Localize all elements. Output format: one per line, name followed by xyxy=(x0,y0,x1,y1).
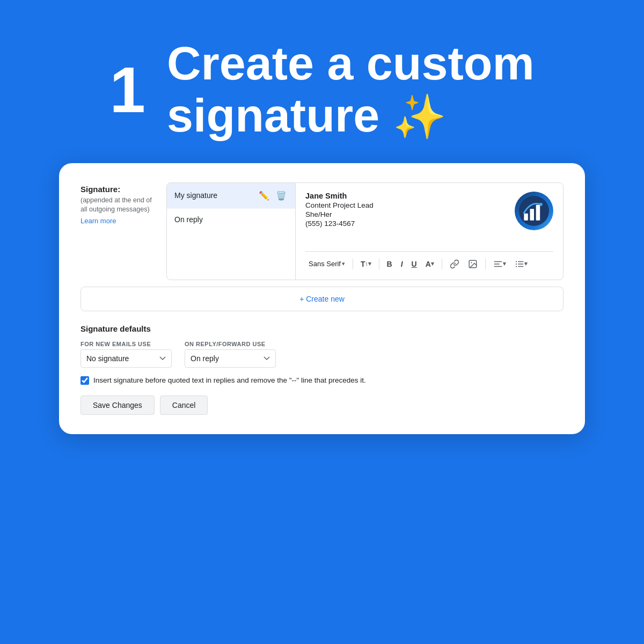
svg-point-6 xyxy=(471,262,472,263)
signature-content: Jane Smith Content Project Lead She/Her … xyxy=(305,192,553,252)
list-chevron: ▾ xyxy=(524,260,528,267)
text-color-chevron: ▾ xyxy=(431,260,434,267)
company-logo xyxy=(515,192,553,230)
svg-point-4 xyxy=(539,203,543,206)
signature-editor: Jane Smith Content Project Lead She/Her … xyxy=(296,183,563,280)
on-reply-col: ON REPLY/FORWARD USE On reply My signatu… xyxy=(185,341,276,368)
hero-title-line1: Create a custom xyxy=(167,36,535,90)
save-changes-button[interactable]: Save Changes xyxy=(80,396,155,415)
signature-label: Signature: (appended at the end of all o… xyxy=(80,182,166,225)
link-button[interactable] xyxy=(447,257,463,271)
sig-list-item-my-signature[interactable]: My signature ✏️ 🗑️ xyxy=(167,183,295,209)
italic-button[interactable]: I xyxy=(398,258,406,270)
toolbar-separator-2 xyxy=(379,259,379,269)
link-icon xyxy=(450,259,459,269)
font-size-button[interactable]: T ↕ ▾ xyxy=(357,258,375,270)
font-size-icon: T xyxy=(361,260,365,268)
toolbar-separator-3 xyxy=(442,259,442,269)
step-number: 1 xyxy=(109,57,145,122)
font-size-chevron: ▾ xyxy=(368,260,371,267)
signature-main-panel: My signature ✏️ 🗑️ On reply Jane Smith C… xyxy=(166,182,564,280)
sig-item-icons: ✏️ 🗑️ xyxy=(258,189,288,202)
list-button[interactable]: ▾ xyxy=(511,257,531,271)
image-icon xyxy=(468,259,478,269)
sig-contact-title: Content Project Lead xyxy=(305,201,505,209)
hero-title: Create a custom signature ✨ xyxy=(167,38,535,142)
font-family-selector[interactable]: Sans Serif ▾ xyxy=(305,258,348,270)
text-color-icon: A xyxy=(426,260,431,268)
sig-contact-pronoun: She/Her xyxy=(305,210,505,218)
signature-text: Jane Smith Content Project Lead She/Her … xyxy=(305,192,505,228)
create-new-button[interactable]: + Create new xyxy=(80,287,564,311)
text-color-button[interactable]: A ▾ xyxy=(422,258,437,270)
bold-icon: B xyxy=(387,260,392,268)
edit-signature-icon[interactable]: ✏️ xyxy=(258,189,270,202)
underline-button[interactable]: U xyxy=(408,258,420,270)
delete-signature-icon[interactable]: 🗑️ xyxy=(275,189,288,202)
for-new-emails-label: FOR NEW EMAILS USE xyxy=(80,341,172,347)
sig-contact-name: Jane Smith xyxy=(305,192,505,200)
italic-icon: I xyxy=(401,260,403,268)
svg-rect-1 xyxy=(524,213,528,220)
svg-point-8 xyxy=(516,263,517,264)
hero-section: 1 Create a custom signature ✨ xyxy=(0,0,644,163)
align-icon xyxy=(493,259,503,269)
on-reply-label: ON REPLY/FORWARD USE xyxy=(185,341,276,347)
insert-signature-label: Insert signature before quoted text in r… xyxy=(93,376,366,384)
signature-label-title: Signature: xyxy=(80,185,158,194)
align-button[interactable]: ▾ xyxy=(490,257,509,271)
toolbar-separator-1 xyxy=(353,259,353,269)
insert-signature-checkbox[interactable] xyxy=(80,376,89,385)
defaults-title: Signature defaults xyxy=(80,324,564,333)
svg-point-9 xyxy=(516,266,517,267)
sig-contact-phone: (555) 123-4567 xyxy=(305,219,505,228)
font-family-label: Sans Serif xyxy=(309,260,341,268)
signature-section: Signature: (appended at the end of all o… xyxy=(80,182,564,280)
align-chevron: ▾ xyxy=(503,260,506,267)
settings-card: Signature: (appended at the end of all o… xyxy=(59,163,585,434)
for-new-emails-col: FOR NEW EMAILS USE No signature My signa… xyxy=(80,341,172,368)
svg-rect-2 xyxy=(530,209,534,220)
list-icon xyxy=(515,259,524,269)
for-new-emails-select[interactable]: No signature My signature On reply xyxy=(80,349,172,368)
on-reply-select[interactable]: On reply My signature No signature xyxy=(185,349,276,368)
actions-row: Save Changes Cancel xyxy=(80,396,564,415)
signature-list: My signature ✏️ 🗑️ On reply xyxy=(167,183,296,280)
sig-list-editor: My signature ✏️ 🗑️ On reply Jane Smith C… xyxy=(167,183,563,280)
font-family-chevron: ▾ xyxy=(342,260,345,267)
signature-label-desc: (appended at the end of all outgoing mes… xyxy=(80,196,158,215)
svg-point-7 xyxy=(516,261,517,262)
checkbox-row: Insert signature before quoted text in r… xyxy=(80,376,564,385)
underline-icon: U xyxy=(412,260,417,268)
defaults-row: FOR NEW EMAILS USE No signature My signa… xyxy=(80,341,564,368)
toolbar-separator-4 xyxy=(485,259,486,269)
sig-list-item-on-reply[interactable]: On reply xyxy=(167,209,295,230)
bold-button[interactable]: B xyxy=(384,258,396,270)
sparkle-icon: ✨ xyxy=(393,93,447,141)
learn-more-link[interactable]: Learn more xyxy=(80,217,158,225)
image-button[interactable] xyxy=(465,257,481,271)
signature-defaults-section: Signature defaults FOR NEW EMAILS USE No… xyxy=(80,324,564,415)
sig-item-name-my-signature: My signature xyxy=(174,191,258,200)
signature-toolbar: Sans Serif ▾ T ↕ ▾ B I U xyxy=(305,252,553,271)
svg-rect-3 xyxy=(536,204,540,220)
cancel-button[interactable]: Cancel xyxy=(160,396,208,415)
hero-title-line2: signature xyxy=(167,89,379,142)
